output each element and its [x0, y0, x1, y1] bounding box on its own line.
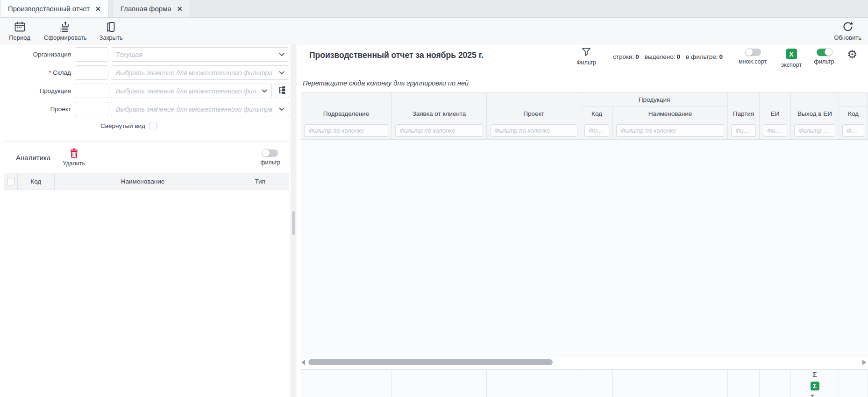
grid-filter-cell: [581, 121, 613, 140]
tab-label: Главная форма: [121, 5, 171, 13]
grid-filter-input[interactable]: [490, 124, 577, 137]
report-title: Производственный отчет за ноябрь 2025 г.: [309, 50, 484, 60]
analytics-section: Аналитика Удалить фильтр: [4, 142, 289, 397]
grid-column-header[interactable]: Партия: [728, 93, 760, 121]
analytics-filter-toggle[interactable]: [263, 149, 278, 157]
grid-column-header[interactable]: ЕИ: [760, 93, 791, 121]
delete-button[interactable]: Удалить: [63, 148, 85, 167]
app-window: Производственный отчет ✕ Главная форма ✕…: [0, 0, 868, 397]
grid-filter-input[interactable]: [763, 124, 787, 137]
warehouse-code-input[interactable]: [75, 65, 108, 80]
grid-footer-cell: [301, 370, 392, 397]
sum-filtered-icon[interactable]: Σ: [811, 393, 819, 397]
production-label: Продукция: [0, 87, 74, 94]
horizontal-scrollbar-thumb[interactable]: [308, 359, 553, 365]
grid-filter-cell: [613, 121, 728, 140]
close-icon[interactable]: ✕: [95, 6, 101, 12]
grid-column-header[interactable]: Проект: [487, 93, 581, 121]
grid-footer: ΣΣΣ: [301, 369, 868, 397]
close-form-button[interactable]: Закрыть: [98, 21, 124, 41]
analytics-column-header[interactable]: Тип: [231, 173, 289, 190]
project-code-input[interactable]: [75, 102, 108, 116]
trash-icon: [70, 148, 78, 159]
project-combo[interactable]: [111, 102, 289, 116]
grid-footer-cell: [760, 370, 791, 397]
organization-input[interactable]: [111, 51, 278, 58]
grid-filter-input[interactable]: [395, 124, 483, 137]
filter-button[interactable]: Фильтр: [572, 47, 600, 66]
grid-filter-input[interactable]: [842, 124, 864, 137]
calendar-icon: [14, 21, 26, 33]
toggle-knob: [745, 48, 753, 56]
sum-selected-icon[interactable]: Σ: [811, 382, 819, 390]
toggle-knob: [262, 149, 270, 157]
refresh-button[interactable]: Обновить: [834, 21, 861, 41]
tab-bar: Производственный отчет ✕ Главная форма ✕: [0, 0, 868, 18]
grid-filter-input[interactable]: [584, 124, 609, 137]
hierarchy-select-button[interactable]: [275, 84, 289, 98]
rows-count: строки:0: [613, 53, 639, 60]
filter-button-label: Фильтр: [576, 59, 596, 66]
scroll-right-arrow[interactable]: [862, 360, 866, 365]
refresh-icon: [842, 21, 854, 33]
warehouse-label: * Склад: [0, 69, 74, 76]
grid-filter-input[interactable]: [616, 124, 724, 137]
grid-filter-cell: [392, 121, 487, 140]
tab-main-form[interactable]: Главная форма ✕: [113, 0, 191, 17]
delete-button-label: Удалить: [63, 160, 85, 167]
project-input[interactable]: [111, 106, 278, 113]
scroll-left-arrow[interactable]: [301, 360, 305, 365]
organization-code-input[interactable]: [75, 47, 108, 62]
grid-filter-control: фильтр: [812, 49, 836, 65]
grid-body: [301, 140, 868, 358]
analytics-column-header[interactable]: Код: [18, 173, 55, 190]
grid-filter-input[interactable]: [304, 124, 388, 137]
production-code-input[interactable]: [75, 84, 108, 98]
period-button[interactable]: Период: [7, 21, 33, 41]
close-icon[interactable]: ✕: [177, 6, 183, 12]
grid-column-header[interactable]: Подразделение: [301, 93, 392, 121]
field-row-production: Продукция: [0, 84, 289, 98]
multi-sort-toggle[interactable]: [746, 49, 761, 56]
field-row-warehouse: * Склад: [0, 65, 289, 80]
tab-label: Производственный отчет: [8, 5, 90, 13]
grid-footer-cell: [392, 370, 487, 397]
grid-column-header[interactable]: Заявка от клиента: [392, 93, 487, 121]
organization-combo[interactable]: [111, 47, 289, 62]
export-label: экспорт: [781, 62, 802, 68]
grid-column-header[interactable]: Код: [581, 106, 613, 121]
analytics-column-header[interactable]: Наименование: [55, 173, 232, 190]
select-all-checkbox[interactable]: [7, 178, 14, 185]
close-form-button-label: Закрыть: [100, 34, 123, 41]
collapsed-view-checkbox[interactable]: [149, 122, 157, 129]
gear-icon[interactable]: ⚙: [847, 49, 857, 60]
grid-group-header: [839, 93, 868, 106]
production-input[interactable]: [111, 87, 261, 95]
grid-footer-cell: [728, 370, 760, 397]
production-combo[interactable]: [111, 84, 272, 98]
grid-filter-cell: [839, 121, 868, 140]
excel-export-icon[interactable]: X: [786, 49, 797, 59]
report-settings-panel: Организация * Склад Продукция: [0, 44, 289, 397]
vertical-scrollbar-thumb[interactable]: [292, 211, 295, 235]
toggle-knob: [825, 48, 832, 56]
tab-production-report[interactable]: Производственный отчет ✕: [0, 0, 109, 17]
grid-filter-input[interactable]: [731, 124, 756, 137]
chevron-down-icon: [279, 107, 285, 111]
grid-header: ПодразделениеЗаявка от клиентаПроектКодН…: [301, 92, 868, 140]
sum-icon[interactable]: Σ: [812, 371, 817, 379]
generate-button[interactable]: Сформировать: [44, 21, 87, 41]
grid-filter-toggle[interactable]: [817, 49, 832, 56]
warehouse-combo[interactable]: [111, 65, 289, 80]
grid-filter-cell: [791, 121, 839, 140]
grid-column-header[interactable]: Выход в ЕИ: [791, 93, 839, 121]
grid-footer-cell: [613, 370, 728, 397]
export-control[interactable]: X экспорт: [780, 49, 803, 68]
warehouse-input[interactable]: [111, 69, 278, 77]
grid-stats: строки:0 выделено:0 в фильтре:0: [613, 53, 723, 60]
grid-filter-input[interactable]: [794, 124, 835, 137]
grid-column-header[interactable]: Код: [839, 106, 868, 121]
grid-column-header[interactable]: Наименование: [613, 106, 728, 121]
multi-sort-control: множ.сорт.: [737, 49, 769, 65]
door-exit-icon: [105, 21, 117, 33]
